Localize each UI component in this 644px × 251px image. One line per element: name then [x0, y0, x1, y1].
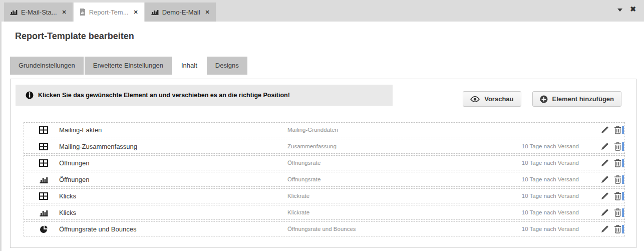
list-item-klicks-tabelle[interactable]: Klicks Klickrate 10 Tage nach Versand — [24, 188, 625, 203]
tab-erweiterte-einstellungen[interactable]: Erweiterte Einstellungen — [85, 57, 172, 75]
element-timing: 10 Tage nach Versand — [522, 193, 579, 199]
element-title: Klicks — [59, 209, 76, 216]
edit-pencil-icon[interactable] — [601, 175, 609, 183]
row-highlight-strip — [622, 142, 624, 151]
delete-trash-icon[interactable] — [614, 142, 621, 151]
preview-button[interactable]: Vorschau — [463, 91, 521, 107]
edit-pencil-icon[interactable] — [601, 126, 609, 134]
element-subtitle: Zusammenfassung — [287, 143, 337, 149]
preview-button-label: Vorschau — [484, 95, 513, 103]
element-subtitle: Klickrate — [287, 209, 309, 215]
list-item-oeffnungsrate-bounces[interactable]: Öffnungsrate und Bounces Öffnungsrate un… — [24, 221, 625, 236]
window-tabs: E-Mail-Sta... ✕ Report-Tem... ✕ Demo-E-M… — [4, 3, 216, 22]
delete-trash-icon[interactable] — [614, 126, 621, 134]
edit-pencil-icon[interactable] — [601, 192, 609, 200]
add-element-button-label: Element hinzufügen — [552, 95, 614, 103]
edit-pencil-icon[interactable] — [601, 225, 609, 233]
bar-chart-icon — [10, 9, 18, 15]
delete-trash-icon[interactable] — [614, 225, 621, 233]
element-timing: 10 Tage nach Versand — [522, 209, 579, 215]
list-item-klicks-diagramm[interactable]: Klicks Klickrate 10 Tage nach Versand — [24, 205, 625, 220]
row-highlight-strip — [622, 159, 624, 167]
delete-trash-icon[interactable] — [614, 175, 621, 184]
delete-trash-icon[interactable] — [614, 192, 621, 200]
list-item-mailing-fakten[interactable]: Mailing-Fakten Mailing-Grunddaten — [24, 122, 625, 137]
content-panel: Klicken Sie das gewünschte Element an un… — [10, 79, 636, 248]
caret-down-icon[interactable] — [617, 9, 622, 12]
close-icon[interactable]: ✕ — [133, 9, 138, 16]
element-subtitle: Öffnungsrate und Bounces — [287, 226, 356, 232]
window-tab-report-template[interactable]: Report-Tem... ✕ — [74, 3, 144, 22]
delete-trash-icon[interactable] — [614, 159, 621, 167]
element-title: Öffnungen — [59, 176, 89, 183]
table-icon — [39, 143, 48, 150]
table-icon — [39, 159, 48, 167]
add-element-button[interactable]: Element hinzufügen — [532, 91, 622, 107]
plus-circle-icon — [540, 95, 548, 103]
report-element-list: Mailing-Fakten Mailing-Grunddaten Mailin… — [24, 122, 625, 238]
element-timing: 10 Tage nach Versand — [522, 143, 579, 149]
window-tab-label: Report-Tem... — [89, 9, 129, 16]
row-highlight-strip — [622, 192, 624, 200]
row-highlight-strip — [622, 126, 624, 134]
list-item-oeffnungen-diagramm[interactable]: Öffnungen Öffnungsrate 10 Tage nach Vers… — [24, 172, 625, 187]
element-title: Mailing-Fakten — [59, 126, 102, 134]
edit-pencil-icon[interactable] — [601, 142, 609, 150]
window-tab-label: E-Mail-Sta... — [21, 9, 57, 16]
bar-chart-icon — [39, 209, 48, 216]
close-icon[interactable]: ✕ — [62, 9, 67, 16]
element-title: Öffnungsrate und Bounces — [59, 225, 136, 233]
tab-grundeinstellungen[interactable]: Grundeinstellungen — [10, 57, 84, 75]
action-buttons: Vorschau Element hinzufügen — [463, 91, 621, 107]
window-controls: ✖ — [617, 6, 636, 13]
close-icon[interactable]: ✕ — [205, 9, 210, 16]
window-tab-bar: E-Mail-Sta... ✕ Report-Tem... ✕ Demo-E-M… — [0, 0, 644, 22]
element-subtitle: Klickrate — [287, 193, 309, 199]
bar-chart-icon — [39, 176, 48, 183]
settings-tab-strip: Grundeinstellungen Erweiterte Einstellun… — [10, 57, 247, 78]
pie-chart-icon — [39, 225, 48, 233]
row-highlight-strip — [622, 208, 624, 217]
info-text: Klicken Sie das gewünschte Element an un… — [38, 92, 290, 99]
table-icon — [39, 126, 48, 134]
table-icon — [39, 192, 48, 200]
info-bar: Klicken Sie das gewünschte Element an un… — [16, 85, 393, 106]
delete-trash-icon[interactable] — [614, 208, 621, 217]
list-item-oeffnungen-tabelle[interactable]: Öffnungen Öffnungsrate 10 Tage nach Vers… — [24, 155, 625, 170]
window-close-icon[interactable]: ✖ — [630, 6, 636, 13]
window-tab-label: Demo-E-Mail — [162, 9, 200, 16]
report-file-icon — [80, 9, 86, 16]
element-subtitle: Öffnungsrate — [287, 160, 320, 166]
row-highlight-strip — [622, 225, 624, 233]
element-timing: 10 Tage nach Versand — [522, 226, 579, 232]
bar-chart-icon — [151, 9, 159, 15]
element-title: Mailing-Zusammenfassung — [59, 143, 137, 150]
element-title: Klicks — [59, 192, 76, 200]
eye-icon — [470, 96, 480, 102]
row-highlight-strip — [622, 175, 624, 184]
window-tab-email-statistik[interactable]: E-Mail-Sta... ✕ — [4, 3, 73, 22]
element-subtitle: Öffnungsrate — [287, 176, 320, 182]
element-title: Öffnungen — [59, 159, 89, 167]
tab-designs[interactable]: Designs — [207, 57, 247, 75]
window-tab-demo-email[interactable]: Demo-E-Mail ✕ — [145, 3, 216, 22]
edit-pencil-icon[interactable] — [601, 208, 609, 216]
info-icon — [26, 91, 34, 99]
element-subtitle: Mailing-Grunddaten — [287, 127, 338, 133]
list-item-mailing-zusammenfassung[interactable]: Mailing-Zusammenfassung Zusammenfassung … — [24, 139, 625, 154]
tab-inhalt[interactable]: Inhalt — [173, 57, 206, 78]
page-left-edge — [0, 22, 2, 251]
element-timing: 10 Tage nach Versand — [522, 176, 579, 182]
page-title: Report-Template bearbeiten — [15, 31, 134, 42]
element-timing: 10 Tage nach Versand — [522, 160, 579, 166]
edit-pencil-icon[interactable] — [601, 159, 609, 167]
